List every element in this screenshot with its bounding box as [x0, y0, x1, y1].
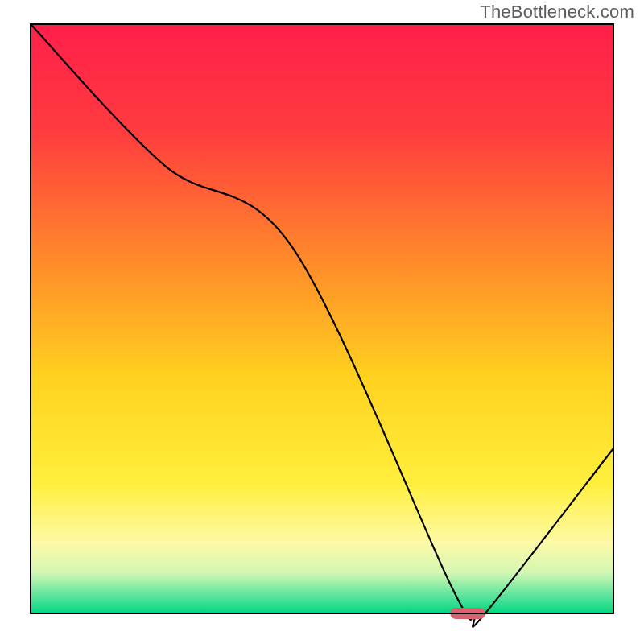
watermark-text: TheBottleneck.com: [480, 2, 634, 23]
bottleneck-chart: [0, 0, 644, 644]
plot-background: [31, 24, 613, 613]
chart-container: TheBottleneck.com: [0, 0, 644, 644]
